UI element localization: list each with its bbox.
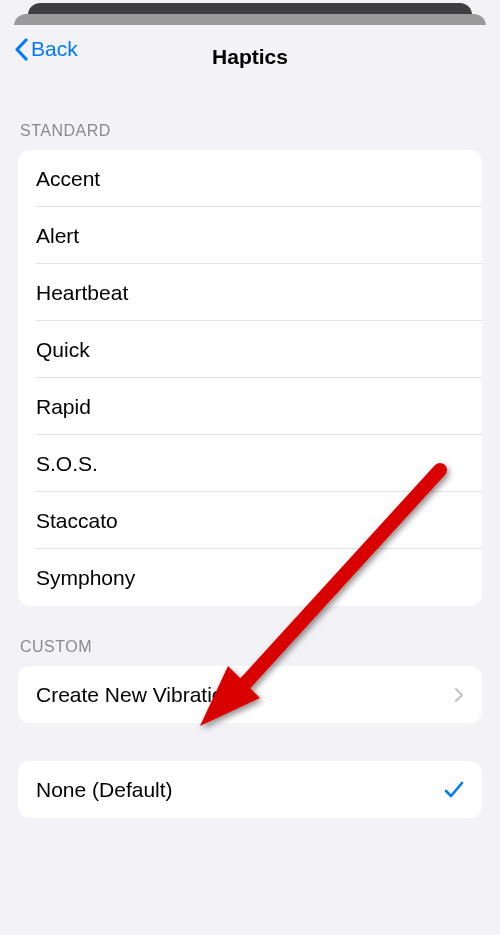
haptic-option-quick[interactable]: Quick: [18, 321, 482, 378]
settings-sheet: Back Haptics Standard Accent Alert Heart…: [0, 25, 500, 935]
content-area: Standard Accent Alert Heartbeat Quick Ra…: [0, 80, 500, 818]
haptic-option-accent[interactable]: Accent: [18, 150, 482, 207]
list-item-label: Rapid: [36, 395, 91, 419]
list-item-label: Alert: [36, 224, 79, 248]
section-header-custom: Custom: [18, 606, 482, 666]
standard-list: Accent Alert Heartbeat Quick Rapid S.O.S…: [18, 150, 482, 606]
back-label: Back: [31, 37, 78, 61]
haptic-option-rapid[interactable]: Rapid: [18, 378, 482, 435]
custom-list: Create New Vibration: [18, 666, 482, 723]
haptic-option-sos[interactable]: S.O.S.: [18, 435, 482, 492]
chevron-left-icon: [14, 38, 29, 61]
haptic-option-heartbeat[interactable]: Heartbeat: [18, 264, 482, 321]
list-item-label: Staccato: [36, 509, 118, 533]
none-list: None (Default): [18, 761, 482, 818]
chevron-right-icon: [454, 687, 464, 703]
list-item-label: Quick: [36, 338, 90, 362]
haptic-option-symphony[interactable]: Symphony: [18, 549, 482, 606]
create-new-vibration[interactable]: Create New Vibration: [18, 666, 482, 723]
list-item-label: Symphony: [36, 566, 135, 590]
list-item-label: Heartbeat: [36, 281, 128, 305]
list-item-label: S.O.S.: [36, 452, 98, 476]
list-item-label: Accent: [36, 167, 100, 191]
section-header-standard: Standard: [18, 80, 482, 150]
list-item-label: Create New Vibration: [36, 683, 235, 707]
haptic-option-staccato[interactable]: Staccato: [18, 492, 482, 549]
navigation-bar: Back Haptics: [0, 25, 500, 80]
haptic-option-none[interactable]: None (Default): [18, 761, 482, 818]
back-button[interactable]: Back: [14, 37, 78, 61]
haptic-option-alert[interactable]: Alert: [18, 207, 482, 264]
checkmark-icon: [444, 781, 464, 799]
list-item-label: None (Default): [36, 778, 173, 802]
page-title: Haptics: [212, 45, 288, 69]
